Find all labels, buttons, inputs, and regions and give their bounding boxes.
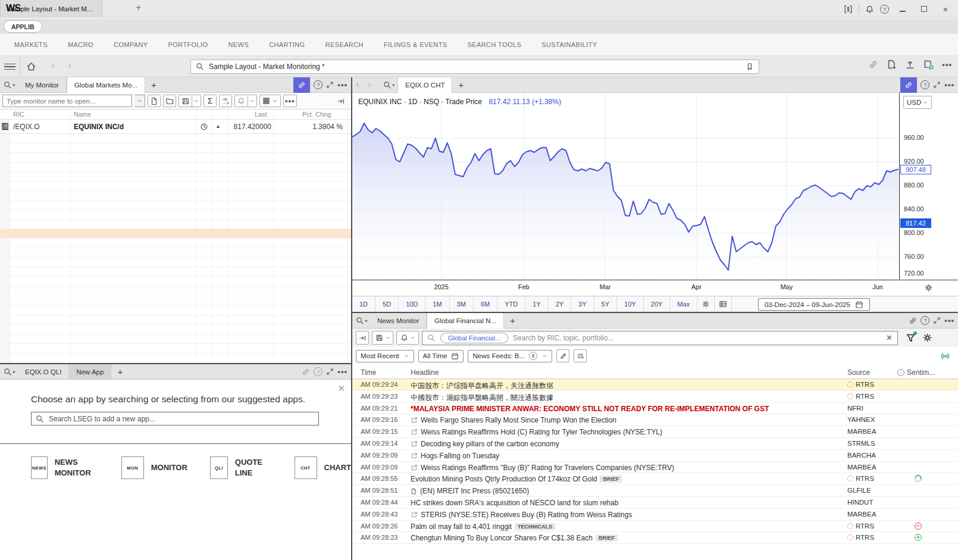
range-button-5y[interactable]: 5Y bbox=[594, 296, 617, 312]
save-monitor-button[interactable] bbox=[179, 95, 192, 107]
menu-item-markets[interactable]: MARKETS bbox=[14, 41, 48, 48]
feeds-select[interactable]: News Feeds: B...8 bbox=[468, 350, 552, 362]
monitor-empty-row[interactable] bbox=[0, 162, 351, 172]
new-layout-tab-button[interactable]: + bbox=[136, 2, 141, 13]
app-help-icon[interactable]: ? bbox=[314, 367, 323, 376]
decimal-format-button[interactable]: .00→.0 bbox=[219, 95, 232, 107]
date-range-picker[interactable]: 03-Dec-2024 – 09-Jun-2025 bbox=[758, 298, 870, 311]
applib-button[interactable]: APPLIB bbox=[4, 20, 42, 33]
tab-eqix-cht[interactable]: EQIX.O CHT bbox=[397, 77, 452, 93]
alerts-options-icon[interactable] bbox=[248, 95, 257, 107]
link-channel-icon[interactable] bbox=[868, 60, 878, 70]
monitor-tab-global-markets[interactable]: Global Markets Mo... bbox=[67, 77, 145, 93]
monitor-empty-row[interactable] bbox=[0, 334, 351, 344]
suggested-app-mon[interactable]: MONMONITOR bbox=[121, 456, 187, 479]
monitor-panel-title[interactable]: My Monitor bbox=[18, 77, 67, 92]
news-row[interactable]: AM 09:28:55 Evolution Mining Posts Qtrly… bbox=[352, 473, 958, 485]
range-button-10d[interactable]: 10D bbox=[399, 296, 425, 312]
monitor-empty-row[interactable] bbox=[0, 143, 351, 153]
range-button-1d[interactable]: 1D bbox=[352, 296, 375, 312]
chart-add-tab-button[interactable]: + bbox=[452, 77, 469, 92]
monitor-search-icon[interactable]: ▸ bbox=[0, 77, 18, 92]
menu-item-portfolio[interactable]: PORTFOLIO bbox=[168, 41, 208, 48]
bookmark-icon[interactable] bbox=[746, 62, 754, 71]
news-search-icon[interactable]: ▸ bbox=[352, 313, 370, 328]
suggested-app-cht[interactable]: CHTCHART bbox=[295, 456, 352, 479]
back-icon[interactable]: ‹ bbox=[51, 60, 55, 71]
range-button-1y[interactable]: 1Y bbox=[525, 296, 548, 312]
notifications-bell-icon[interactable] bbox=[865, 5, 874, 14]
menu-item-filings-events[interactable]: FILINGS & EVENTS bbox=[384, 41, 447, 48]
monitor-empty-row[interactable] bbox=[0, 153, 351, 162]
app-search-icon[interactable]: ▸ bbox=[0, 364, 18, 379]
logo-menu-caret-icon[interactable] bbox=[21, 5, 28, 12]
new-file-icon[interactable] bbox=[887, 60, 897, 70]
monitor-empty-row[interactable] bbox=[0, 296, 351, 306]
compact-view-button[interactable] bbox=[574, 349, 587, 362]
range-button-2y[interactable]: 2Y bbox=[549, 296, 571, 312]
monitor-empty-row[interactable] bbox=[0, 182, 351, 191]
range-button-ytd[interactable]: YTD bbox=[497, 296, 525, 312]
monitor-row-eqix[interactable]: /EQIX.O EQUINIX INC/d ▲ 817.420000 1.380… bbox=[0, 120, 351, 134]
tab-new-app[interactable]: New App bbox=[69, 364, 111, 379]
chart-expand-icon[interactable] bbox=[933, 81, 941, 89]
app-more-icon[interactable]: ••• bbox=[337, 367, 347, 376]
save-sync-icon[interactable] bbox=[923, 60, 934, 70]
monitor-empty-row[interactable] bbox=[0, 229, 351, 239]
sum-button[interactable]: Σ bbox=[204, 95, 217, 107]
range-button-max[interactable]: Max bbox=[670, 296, 697, 312]
link-channel-button[interactable] bbox=[293, 77, 310, 93]
news-row[interactable]: AM 09:29:23 中國股市：滬綜指早盤略高開，關注通脹數據 RTRS bbox=[352, 391, 958, 403]
news-add-tab-button[interactable]: + bbox=[504, 313, 521, 328]
news-link-icon[interactable] bbox=[909, 317, 917, 325]
sort-select[interactable]: Most Recent bbox=[356, 350, 414, 362]
home-icon[interactable] bbox=[26, 61, 36, 71]
menu-item-charting[interactable]: CHARTING bbox=[269, 41, 305, 48]
hamburger-menu-icon[interactable] bbox=[0, 56, 20, 77]
monitor-empty-row[interactable] bbox=[0, 201, 351, 210]
monitor-input-dropdown-icon[interactable] bbox=[134, 95, 145, 107]
range-button-1m[interactable]: 1M bbox=[425, 296, 449, 312]
monitor-more-icon[interactable]: ••• bbox=[337, 80, 347, 89]
col-source[interactable]: Source bbox=[847, 368, 870, 377]
monitor-empty-row[interactable] bbox=[0, 134, 351, 143]
maximize-button[interactable] bbox=[916, 2, 932, 15]
chart-back-icon[interactable]: ‹ bbox=[356, 79, 359, 90]
range-button-6m[interactable]: 6M bbox=[474, 296, 497, 312]
app-expand-icon[interactable] bbox=[326, 368, 334, 376]
axis-settings[interactable] bbox=[899, 280, 958, 295]
range-button-20y[interactable]: 20Y bbox=[644, 296, 671, 312]
price-chart[interactable]: EQUINIX INC · 1D · NSQ · Trade Price 817… bbox=[352, 93, 898, 280]
chart-x-axis[interactable]: 2025FebMarAprMayJun bbox=[352, 280, 898, 295]
news-row[interactable]: AM 09:28:26 Palm oil may fall to 4,401 r… bbox=[352, 521, 958, 533]
col-name[interactable]: Name bbox=[74, 111, 91, 118]
app-link-icon[interactable] bbox=[302, 368, 310, 376]
col-sentiment[interactable]: iSentim... bbox=[897, 368, 935, 377]
col-headline[interactable]: Headline bbox=[411, 368, 439, 377]
chart-more-icon[interactable]: ••• bbox=[944, 80, 954, 89]
edit-filter-button[interactable] bbox=[556, 349, 569, 362]
app-search-input[interactable]: Search LSEG to add a new app... bbox=[31, 412, 319, 426]
range-button-5d[interactable]: 5D bbox=[375, 296, 399, 312]
monitor-name-input[interactable]: Type monitor name to open... bbox=[2, 95, 132, 107]
monitor-empty-row[interactable] bbox=[0, 210, 351, 220]
currency-select[interactable]: USD bbox=[903, 96, 932, 109]
menu-item-company[interactable]: COMPANY bbox=[114, 41, 148, 48]
tab-global-financial-news[interactable]: Global Financial N... bbox=[427, 313, 504, 329]
left-horizontal-splitter[interactable] bbox=[0, 363, 351, 364]
monitor-empty-row[interactable] bbox=[0, 172, 351, 182]
chart-help-icon[interactable]: ? bbox=[921, 80, 929, 89]
range-button-3y[interactable]: 3Y bbox=[571, 296, 594, 312]
news-help-icon[interactable]: ? bbox=[921, 316, 929, 325]
monitor-empty-row[interactable] bbox=[0, 287, 351, 296]
monitor-empty-row[interactable] bbox=[0, 353, 351, 363]
gear-icon[interactable] bbox=[924, 283, 933, 292]
menu-item-search-tools[interactable]: SEARCH TOOLS bbox=[468, 41, 522, 48]
col-time[interactable]: Time bbox=[361, 368, 376, 377]
col-pct[interactable]: Pct. Chng bbox=[302, 111, 331, 118]
news-row[interactable]: AM 09:28:23 Chengtun Mining To Buy Lonco… bbox=[352, 532, 958, 544]
col-last[interactable]: Last bbox=[255, 111, 267, 118]
minimize-button[interactable] bbox=[895, 2, 910, 15]
news-row[interactable]: AM 09:29:16 Wells Fargo Shares Rally Mos… bbox=[352, 414, 958, 426]
news-row[interactable]: AM 09:28:51 (EN) MREIT Inc Press (850216… bbox=[352, 485, 958, 497]
